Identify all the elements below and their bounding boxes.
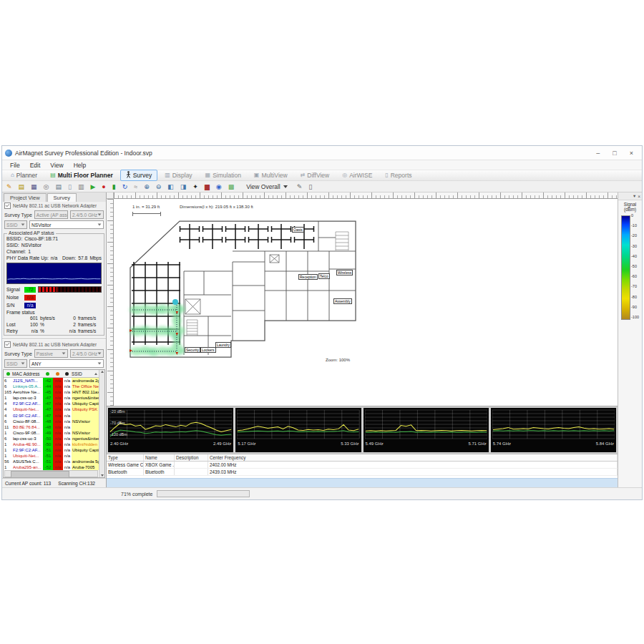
ap-sn-cell: n/a: [63, 378, 72, 384]
ap-table-row[interactable]: 11B0:8E:76:84...-48n/an/a: [4, 424, 99, 430]
tab-label: Planner: [16, 172, 37, 179]
ap-sn-cell: n/a: [63, 447, 72, 453]
interferer-table: TypeNameDescriptionCenter FrequencyWirel…: [107, 454, 618, 478]
tab-diffview[interactable]: ⇄DiffView: [295, 170, 336, 180]
ap-table-vscrollbar[interactable]: [99, 370, 104, 477]
survey-type-select[interactable]: Active (AP assoc.): [34, 210, 68, 219]
scroll-up-icon[interactable]: [101, 371, 104, 373]
ap-table-row[interactable]: 1Aruba295-an...-52n/an/aAruba-7005: [4, 464, 99, 470]
page-icon[interactable]: ▯: [68, 183, 72, 190]
globe-icon[interactable]: ◉: [216, 183, 222, 190]
room-label-wireless: Wireless: [336, 270, 353, 275]
legend-tick: -90: [631, 305, 637, 309]
ap-table-row[interactable]: 6Linksys-05:A...-44n/an/aThe Office Netw…: [4, 384, 99, 389]
signal-icon[interactable]: ≈: [134, 183, 137, 190]
open-project-icon[interactable]: ▤: [19, 183, 25, 190]
maximize-button[interactable]: □: [613, 150, 616, 157]
zoom-out-icon[interactable]: ⊖: [156, 183, 162, 190]
selection-strip[interactable]: [107, 478, 618, 487]
interferer-col-header: Description: [175, 454, 208, 461]
screen1-icon[interactable]: ◧: [167, 183, 174, 190]
tab-planner[interactable]: ⌂Planner: [5, 170, 43, 180]
tab-multiview[interactable]: ▣MultiView: [248, 170, 293, 180]
tab-survey[interactable]: Survey: [120, 170, 157, 181]
tab-icon-survey: [126, 171, 131, 180]
tab-multi-floor-planner[interactable]: ▤Multi Floor Planner: [44, 170, 119, 180]
annotate-icon[interactable]: ✎: [297, 183, 303, 190]
ap-table-row[interactable]: 6lap-css-uc-3-50n/an/angenius&initer: [4, 436, 99, 441]
menu-item-help[interactable]: Help: [69, 162, 91, 169]
interferer-table-header[interactable]: TypeNameDescriptionCenter Frequency: [107, 454, 618, 462]
ap-table-row[interactable]: 6Cisco-8F:08...-48n/an/aNSVisitor: [4, 419, 99, 424]
ap-table-row[interactable]: 1Aruba-4E:90...-50n/an/aklofini/hidden: [4, 441, 99, 447]
ap-ssid-cell: klofini/hidden: [72, 441, 99, 447]
screen2-icon[interactable]: ◨: [180, 183, 187, 190]
record-icon[interactable]: ▮: [112, 183, 116, 190]
band2-select[interactable]: 2.4/5.0 GHz: [70, 349, 104, 358]
start-survey-icon[interactable]: ▶: [90, 183, 95, 190]
legend-close-icon[interactable]: ×: [638, 194, 640, 199]
chart-icon[interactable]: ▥: [78, 183, 84, 190]
main-content: Project View Survey NetAlly 802.11 ac US…: [2, 192, 642, 487]
wand-icon[interactable]: ✎: [6, 183, 12, 190]
ap-table-hscrollbar[interactable]: [4, 470, 98, 477]
tab-reports[interactable]: ▯Reports: [379, 170, 417, 180]
save-icon[interactable]: ▦: [31, 183, 37, 190]
ap-count-cell: 6: [4, 384, 13, 389]
frame-cell: [6, 315, 22, 321]
ap-table-header[interactable]: MAC Address SSID: [4, 370, 99, 378]
tab-simulation[interactable]: ▦Simulation: [200, 170, 247, 180]
ap-noise-cell: n/a: [53, 436, 63, 441]
notes-icon[interactable]: ▯: [308, 183, 312, 190]
scanning-text: Scanning CH:132: [58, 481, 95, 486]
floorplan-canvas[interactable]: 1 in. = 31.29 ft Dimensions(l x h): 219.…: [114, 199, 618, 406]
refresh-icon[interactable]: ↻: [122, 183, 128, 190]
ap-mac-cell: J12S_NATl...: [13, 378, 43, 384]
legend-collapse-icon[interactable]: ▾: [633, 193, 635, 199]
ssid-select[interactable]: NSVisitor: [29, 220, 104, 229]
ssid-mode-select[interactable]: SSID: [4, 220, 27, 229]
stop-survey-icon[interactable]: ●: [102, 183, 105, 190]
print-icon[interactable]: ▤: [55, 183, 62, 190]
ssid-mode2-select[interactable]: SSID: [4, 359, 27, 368]
band-select[interactable]: 2.4/5.0 GHz: [70, 210, 104, 219]
ap-table-row[interactable]: 4Ubiquiti-Net...-47n/an/aUbiquity PSK: [4, 406, 99, 412]
adapter1-checkbox[interactable]: [4, 203, 11, 209]
survey-type2-select[interactable]: Passive: [34, 349, 68, 358]
ap-table-row[interactable]: 402:9F:C2:AF...-47n/an/a: [4, 413, 99, 419]
chevron-down-icon: [283, 185, 288, 188]
ap-table-row[interactable]: 1lap-css-uc-3-47n/an/angenius&initer: [4, 395, 99, 401]
menu-item-view[interactable]: View: [45, 162, 68, 169]
ssid2-select[interactable]: ANY: [29, 359, 104, 368]
sync-icon[interactable]: ◎: [44, 183, 49, 190]
adapter2-checkbox[interactable]: [4, 341, 11, 348]
ap-table-row[interactable]: 4F2:9F:C2:AF...-47n/an/aUbiquity Captive…: [4, 401, 99, 406]
view-overall-dropdown[interactable]: View Overall: [243, 183, 291, 190]
minimize-button[interactable]: –: [596, 150, 600, 157]
interferer-row[interactable]: BluetoothBluetooth2439.03 MHz: [107, 469, 618, 476]
graph-icon[interactable]: ▆: [205, 183, 210, 190]
close-button[interactable]: ×: [630, 150, 633, 157]
interferer-col-header: Type: [107, 454, 144, 461]
tab-project-view[interactable]: Project View: [4, 193, 47, 202]
ap-table-row[interactable]: 6J12S_NATl...-42n/an/aandromeda 2g: [4, 378, 99, 384]
ap-table-row[interactable]: 1F2:9F:C2:AF...-51n/an/aUbiquity Captive…: [4, 447, 99, 453]
scroll-down-icon[interactable]: [101, 474, 104, 477]
image-icon[interactable]: ▩: [228, 183, 235, 190]
ap-noise-cell: n/a: [53, 413, 63, 419]
ap-table-row[interactable]: 1Ubiquiti-Net...-51n/an/a: [4, 453, 99, 459]
tab-airwise[interactable]: ◎AirWISE: [336, 170, 378, 180]
interferer-row[interactable]: Wireless Game Contr...XBOX Game ...2402.…: [107, 462, 618, 469]
tab-display[interactable]: ▥Display: [159, 170, 197, 180]
tab-survey-panel[interactable]: Survey: [47, 193, 77, 202]
ap-count-cell: 1: [4, 447, 13, 453]
menu-item-file[interactable]: File: [5, 162, 25, 169]
zoom-in-icon[interactable]: ⊕: [144, 183, 150, 190]
ap-table-row[interactable]: 1Cisco-9F:08...-49n/an/aNSVisitor: [4, 430, 99, 436]
menu-item-edit[interactable]: Edit: [25, 162, 46, 169]
ap-table-row[interactable]: 56ASUSTek C...-51n/an/aandromeda 5g: [4, 459, 99, 464]
ap-table-row[interactable]: 165Aerohive Ne...-45n/an/aHNT 802.11ax: [4, 389, 99, 395]
legend-tick: -70: [631, 284, 637, 288]
ap-mac-cell: B0:8E:76:84...: [13, 424, 43, 430]
walker-icon[interactable]: ✦: [192, 183, 198, 190]
